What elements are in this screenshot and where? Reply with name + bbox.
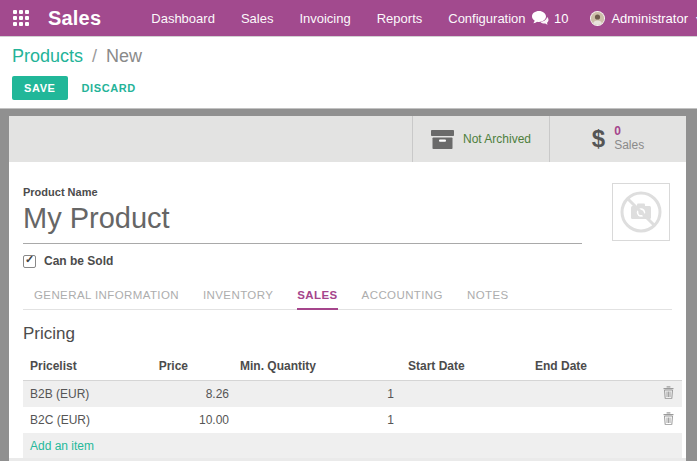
control-panel: Products / New SAVE DISCARD [0,36,697,108]
sales-label: Sales [614,139,644,153]
form-sheet: Not Archived $ 0 Sales Product Name [9,116,686,461]
cell-start-date [398,381,525,408]
menu-item-invoicing[interactable]: Invoicing [299,11,350,26]
sales-count: 0 [614,125,644,139]
add-item-row: Add an item [23,433,682,458]
cell-price: 8.26 [148,381,233,408]
column-header-end-date: End Date [525,355,652,381]
menu-item-configuration[interactable]: Configuration [448,11,525,26]
breadcrumb-current: New [106,46,142,66]
can-be-sold-checkbox[interactable]: ✓ [23,255,36,268]
message-count: 10 [554,11,568,26]
apps-menu-icon[interactable] [13,10,29,26]
tab-inventory[interactable]: INVENTORY [203,285,273,309]
breadcrumb-products-link[interactable]: Products [12,46,83,66]
column-header-min-quantity: Min. Quantity [233,355,398,381]
cell-end-date [525,381,652,408]
app-title[interactable]: Sales [48,7,101,30]
tab-notes[interactable]: NOTES [467,285,509,309]
archive-status-label: Not Archived [463,132,531,146]
pricing-header-row: Pricelist Price Min. Quantity Start Date… [23,355,682,381]
column-header-price: Price [148,355,233,381]
no-camera-icon [618,189,664,235]
delete-row-icon[interactable] [663,412,674,428]
user-avatar [590,11,605,26]
cell-pricelist: B2B (EUR) [23,381,148,408]
column-header-start-date: Start Date [398,355,525,381]
cell-price: 10.00 [148,407,233,433]
column-header-actions [652,355,682,381]
checkmark-icon: ✓ [25,253,34,266]
product-image-placeholder[interactable] [612,183,670,241]
cell-pricelist: B2C (EUR) [23,407,148,433]
save-button[interactable]: SAVE [12,76,68,100]
cell-start-date [398,407,525,433]
add-an-item-link[interactable]: Add an item [23,433,682,458]
cell-min-quantity: 1 [233,381,398,408]
pricing-row-b2b[interactable]: B2B (EUR) 8.26 1 [23,381,682,408]
product-name-label: Product Name [23,186,672,198]
chat-bubble-icon [532,11,549,25]
pricing-row-b2c[interactable]: B2C (EUR) 10.00 1 [23,407,682,433]
top-navbar: Sales Dashboard Sales Invoicing Reports … [0,0,697,36]
delete-row-icon[interactable] [663,386,674,402]
user-name: Administrator [611,11,688,26]
stat-button-bar: Not Archived $ 0 Sales [9,116,686,162]
can-be-sold-label: Can be Sold [44,254,113,268]
cell-min-quantity: 1 [233,407,398,433]
tab-general-information[interactable]: GENERAL INFORMATION [34,285,179,309]
user-menu[interactable]: Administrator ▾ [590,11,697,26]
menu-item-sales[interactable]: Sales [241,11,274,26]
notebook-tabs: GENERAL INFORMATION INVENTORY SALES ACCO… [23,285,672,310]
menu-item-dashboard[interactable]: Dashboard [151,11,215,26]
cell-end-date [525,407,652,433]
tab-accounting[interactable]: ACCOUNTING [362,285,443,309]
page-background: Not Archived $ 0 Sales Product Name [0,108,697,461]
menu-item-reports[interactable]: Reports [377,11,423,26]
pricing-section-title: Pricing [23,324,672,344]
archive-toggle-button[interactable]: Not Archived [412,116,549,162]
main-menu: Dashboard Sales Invoicing Reports Config… [151,11,525,26]
breadcrumb: Products / New [12,46,697,67]
sales-stat-button[interactable]: $ 0 Sales [549,116,686,162]
tab-sales[interactable]: SALES [297,285,337,310]
product-name-input[interactable] [23,198,582,244]
discard-button[interactable]: DISCARD [82,82,136,94]
pricing-table: Pricelist Price Min. Quantity Start Date… [23,355,682,458]
dollar-icon: $ [592,127,605,151]
breadcrumb-separator: / [92,46,97,66]
messages-button[interactable]: 10 [532,11,568,26]
archive-box-icon [431,130,454,149]
column-header-pricelist: Pricelist [23,355,148,381]
